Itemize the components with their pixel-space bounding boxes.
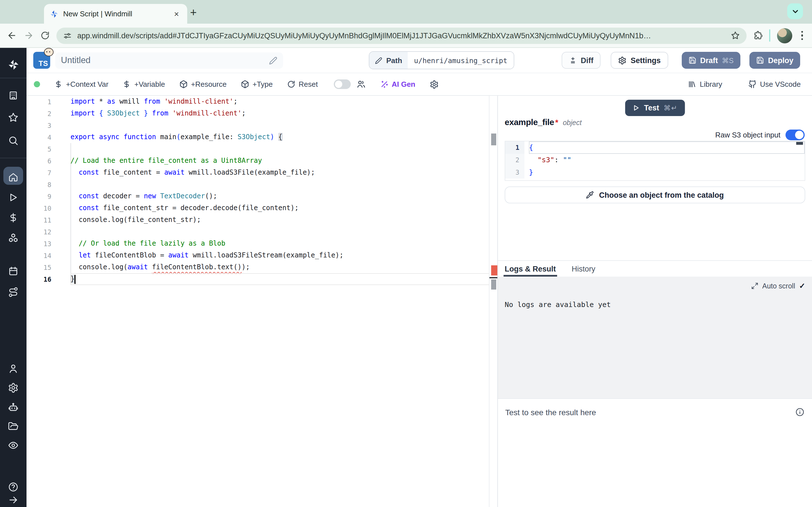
- sidebar-item-runs-play[interactable]: [0, 187, 27, 207]
- sidebar-item-home[interactable]: [0, 167, 27, 186]
- code-line[interactable]: 14 let fileContentBlob = await wmill.loa…: [27, 249, 490, 262]
- code-line[interactable]: 9 const decoder = new TextDecoder();: [27, 190, 490, 202]
- scrollbar-thumb[interactable]: [491, 279, 496, 290]
- ai-gen-button[interactable]: AI Gen: [380, 80, 415, 89]
- result-placeholder: Test to see the result here: [505, 408, 596, 417]
- tab-history[interactable]: History: [572, 261, 596, 277]
- windmill-app: TS Untitled Path u/henri/amusing_script: [0, 48, 812, 507]
- code-line[interactable]: 6// Load the entire file_content as a Ui…: [27, 155, 490, 167]
- sidebar-item-windmill-logo[interactable]: [0, 55, 27, 74]
- sidebar-item-search[interactable]: [0, 131, 27, 150]
- multiplayer-toggle[interactable]: [334, 79, 350, 89]
- reset-button[interactable]: Reset: [287, 80, 318, 89]
- tab-close-icon[interactable]: ×: [171, 9, 182, 19]
- sidebar-item-workspace[interactable]: [0, 86, 27, 105]
- code-line[interactable]: 7 const file_content = await wmill.loadS…: [27, 167, 490, 179]
- code-line[interactable]: 15 console.log(await fileContentBlob.tex…: [27, 262, 490, 273]
- status-dot: [34, 81, 40, 87]
- magic-wand-icon: [380, 80, 388, 89]
- code-line[interactable]: 1import * as wmill from 'windmill-client…: [27, 96, 490, 108]
- sidebar-item-resources-boxes[interactable]: [0, 228, 27, 247]
- pencil-icon: [375, 57, 382, 64]
- library-button[interactable]: Library: [688, 80, 722, 89]
- code-line[interactable]: 10 const file_content_str = decoder.deco…: [27, 202, 490, 214]
- script-title-field[interactable]: Untitled: [55, 52, 283, 68]
- code-line[interactable]: 2import { S3Object } from 'windmill-clie…: [27, 108, 490, 119]
- add-type-button[interactable]: +Type: [241, 80, 273, 89]
- draft-button[interactable]: Draft ⌘S: [681, 52, 741, 69]
- check-icon[interactable]: ✓: [799, 282, 805, 290]
- sidebar-item-variables-dollar[interactable]: [0, 208, 27, 227]
- auto-scroll-control[interactable]: Auto scroll ✓: [751, 282, 805, 290]
- code-editor[interactable]: 1import * as wmill from 'windmill-client…: [27, 96, 497, 507]
- no-logs-message: No logs are available yet: [505, 300, 611, 309]
- use-vscode-button[interactable]: Use VScode: [748, 80, 801, 89]
- tab-search-button[interactable]: [787, 3, 803, 19]
- line-number: 4: [27, 133, 58, 141]
- code-line[interactable]: 3: [27, 119, 490, 131]
- sidebar-item-flows-route[interactable]: [0, 282, 27, 301]
- code-line[interactable]: 3}: [505, 166, 805, 179]
- line-number: 13: [27, 240, 58, 247]
- raw-s3-toggle[interactable]: [785, 129, 805, 140]
- editor-overview-ruler[interactable]: [489, 96, 497, 507]
- extensions-puzzle-icon[interactable]: [753, 31, 762, 40]
- sidebar-item-expand-arrow-right[interactable]: [0, 490, 27, 507]
- profile-avatar[interactable]: [777, 28, 792, 43]
- bookmark-star-icon[interactable]: [730, 31, 740, 40]
- sidebar-item-workers-bot[interactable]: [0, 398, 27, 417]
- add-context-var-button[interactable]: +Context Var: [54, 80, 109, 89]
- site-settings-icon[interactable]: [63, 31, 71, 40]
- reload-icon[interactable]: [41, 31, 50, 40]
- edit-pencil-icon[interactable]: [269, 56, 277, 64]
- editor-settings-button[interactable]: [429, 80, 439, 89]
- sidebar-item-favorites-star[interactable]: [0, 108, 27, 127]
- scrollbar-thumb[interactable]: [491, 133, 496, 145]
- sidebar-item-user[interactable]: [0, 359, 27, 378]
- browser-tab[interactable]: New Script | Windmill ×: [44, 4, 187, 24]
- sidebar-item-schedules-calendar[interactable]: [0, 262, 27, 281]
- windmill-logo-icon: [7, 59, 19, 71]
- sidebar-item-folders[interactable]: [0, 416, 27, 436]
- address-bar[interactable]: app.windmill.dev/scripts/add#JTdCJTIyaGF…: [56, 27, 746, 44]
- url-text[interactable]: app.windmill.dev/scripts/add#JTdCJTIyaGF…: [77, 31, 725, 40]
- tab-logs-result[interactable]: Logs & Result: [505, 261, 556, 277]
- code-line[interactable]: 4export async function main(example_file…: [27, 131, 490, 143]
- settings-button[interactable]: Settings: [611, 52, 668, 69]
- info-icon[interactable]: [795, 407, 805, 417]
- lang-badge-label: TS: [39, 59, 48, 68]
- line-number: 10: [27, 204, 58, 212]
- code-line[interactable]: 16}: [27, 273, 490, 285]
- typescript-language-badge[interactable]: TS: [33, 52, 50, 69]
- settings-gear-icon: [8, 382, 18, 393]
- multiplayer-users-icon[interactable]: [356, 79, 366, 89]
- expand-icon[interactable]: [751, 282, 758, 290]
- rotate-icon: [287, 80, 295, 89]
- sidebar-item-audit-eye[interactable]: [0, 436, 27, 455]
- choose-object-button[interactable]: Choose an object from the catalog: [505, 186, 805, 203]
- code-line[interactable]: 13 // Or load the file lazily as a Blob: [27, 238, 490, 249]
- tab-title: New Script | Windmill: [63, 10, 167, 18]
- path-button[interactable]: Path u/henri/amusing_script: [369, 51, 514, 69]
- argument-row: example_file * object: [505, 117, 581, 127]
- toolbar-separator: [769, 29, 770, 42]
- sidebar-item-settings-gear[interactable]: [0, 378, 27, 397]
- browser-menu-icon[interactable]: [799, 31, 805, 40]
- browser-tab-strip: New Script | Windmill × +: [0, 0, 812, 24]
- code-line[interactable]: 11 console.log(file_content_str);: [27, 214, 490, 226]
- back-icon[interactable]: [7, 31, 17, 41]
- add-variable-button[interactable]: +Variable: [123, 80, 165, 89]
- json-input-editor[interactable]: 1{2 "s3": ""3}: [505, 141, 805, 181]
- code-line[interactable]: 2 "s3": "": [505, 154, 805, 166]
- forward-icon[interactable]: [24, 31, 34, 41]
- new-tab-button[interactable]: +: [186, 6, 201, 20]
- required-asterisk: *: [555, 118, 558, 127]
- diff-button[interactable]: Diff: [562, 52, 601, 69]
- test-button[interactable]: Test ⌘↵: [625, 100, 685, 116]
- add-resource-button[interactable]: +Resource: [179, 80, 226, 89]
- deploy-button[interactable]: Deploy: [749, 52, 800, 69]
- code-line[interactable]: 8: [27, 179, 490, 190]
- code-line[interactable]: 5: [27, 143, 490, 155]
- code-line[interactable]: 12: [27, 226, 490, 238]
- code-line[interactable]: 1{: [505, 142, 805, 154]
